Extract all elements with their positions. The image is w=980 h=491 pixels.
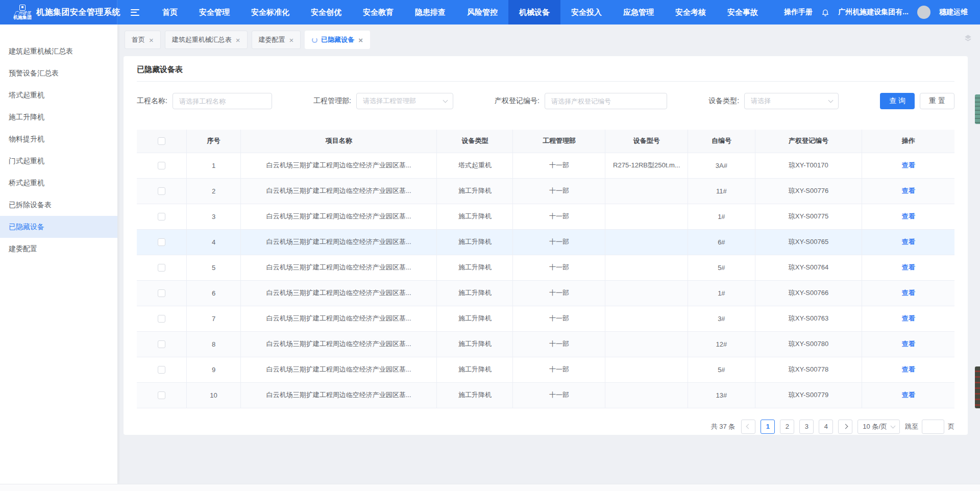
cell-actions: 查看 [862,357,954,382]
sidebar-item[interactable]: 已拆除设备表 [0,194,117,216]
cell-project: 白云机场三期扩建工程周边临空经济产业园区基... [240,280,436,306]
nav-item[interactable]: 安全事故 [717,0,769,24]
row-checkbox[interactable] [158,187,165,195]
view-link[interactable]: 查看 [902,365,915,373]
cell-device-type: 施工升降机 [437,255,513,280]
tab[interactable]: 已隐藏设备× [305,31,370,49]
sidebar-item[interactable]: 建委配置 [0,238,117,260]
device-type-select[interactable]: 请选择 [744,93,839,109]
nav-item[interactable]: 风险管控 [456,0,508,24]
cell-seq: 4 [187,229,241,255]
close-icon[interactable]: × [236,36,240,44]
sidebar-item[interactable]: 物料提升机 [0,128,117,150]
management-dept-select[interactable]: 请选择工程管理部 [356,93,453,109]
search-button[interactable]: 查 询 [880,93,915,109]
cell-actions: 查看 [862,229,954,255]
view-link[interactable]: 查看 [902,340,915,348]
cell-model [605,204,688,229]
nav-item[interactable]: 隐患排查 [404,0,456,24]
next-page-button[interactable] [838,420,852,434]
page-number-button[interactable]: 2 [780,420,794,434]
company-selector[interactable]: 广州机施建设集团有... [838,8,909,17]
view-link[interactable]: 查看 [902,187,915,194]
row-select-cell [137,153,187,178]
view-link[interactable]: 查看 [902,289,915,297]
cell-dept: 十一部 [513,382,605,408]
floating-widget-top[interactable] [975,94,980,124]
nav-item[interactable]: 机械设备 [508,0,560,24]
bell-icon[interactable] [821,8,829,16]
row-checkbox[interactable] [158,238,165,246]
username[interactable]: 穗建运维 [939,8,968,17]
jump-suffix-label: 页 [948,422,954,431]
select-all-checkbox[interactable] [158,137,165,145]
row-checkbox[interactable] [158,289,165,297]
page-number-button[interactable]: 4 [819,420,833,434]
cell-reg-no: 琼XY-T00170 [755,153,862,178]
row-checkbox[interactable] [158,315,165,323]
view-link[interactable]: 查看 [902,161,915,169]
nav-item[interactable]: 首页 [152,0,188,24]
view-link[interactable]: 查看 [902,391,915,399]
page-number-button[interactable]: 3 [799,420,814,434]
prev-page-button[interactable] [741,420,755,434]
cell-reg-no: 琼XY-S00775 [755,204,862,229]
collapse-sidebar-icon[interactable] [131,9,139,16]
row-checkbox[interactable] [158,366,165,374]
tab[interactable]: 首页× [125,31,161,49]
property-reg-no-input[interactable] [545,93,667,109]
nav-item[interactable]: 安全标准化 [240,0,300,24]
filter-management-dept: 工程管理部: 请选择工程管理部 [313,93,453,109]
cell-project: 白云机场三期扩建工程周边临空经济产业园区基... [240,153,436,178]
nav-item[interactable]: 安全教育 [352,0,404,24]
tab-layers-icon[interactable] [964,34,972,44]
table-row: 8白云机场三期扩建工程周边临空经济产业园区基...施工升降机十一部12#琼XY-… [137,331,954,357]
sidebar-item[interactable]: 施工升降机 [0,106,117,128]
avatar[interactable] [917,6,930,19]
cell-self-no: 11# [688,178,755,204]
cell-self-no: 3A# [688,153,755,178]
cell-project: 白云机场三期扩建工程周边临空经济产业园区基... [240,178,436,204]
page-size-select[interactable]: 10 条/页 [857,420,900,434]
reset-button[interactable]: 重 置 [920,93,954,109]
filter-buttons: 查 询 重 置 [880,93,954,109]
view-link[interactable]: 查看 [902,212,915,220]
cell-self-no: 5# [688,255,755,280]
tab[interactable]: 建筑起重机械汇总表× [165,31,248,49]
sidebar-item[interactable]: 塔式起重机 [0,84,117,106]
tab[interactable]: 建委配置× [252,31,301,49]
close-icon[interactable]: × [358,36,363,44]
cell-device-type: 塔式起重机 [437,153,513,178]
cell-project: 白云机场三期扩建工程周边临空经济产业园区基... [240,204,436,229]
jump-page-input[interactable] [922,420,944,434]
row-checkbox[interactable] [158,264,165,272]
view-link[interactable]: 查看 [902,263,915,271]
sidebar-item[interactable]: 预警设备汇总表 [0,62,117,84]
close-icon[interactable]: × [149,36,154,44]
sidebar-item[interactable]: 建筑起重机械汇总表 [0,40,117,62]
view-link[interactable]: 查看 [902,238,915,245]
row-checkbox[interactable] [158,340,165,348]
sidebar-item[interactable]: 桥式起重机 [0,172,117,194]
cell-dept: 十一部 [513,255,605,280]
cell-dept: 十一部 [513,331,605,357]
row-checkbox[interactable] [158,391,165,399]
sidebar-item[interactable]: 已隐藏设备 [0,216,117,238]
nav-item[interactable]: 安全管理 [188,0,240,24]
manual-link[interactable]: 操作手册 [784,8,813,17]
nav-item[interactable]: 安全考核 [665,0,717,24]
nav-item[interactable]: 安全投入 [560,0,612,24]
close-icon[interactable]: × [289,36,294,44]
row-checkbox[interactable] [158,213,165,220]
row-checkbox[interactable] [158,162,165,169]
floating-widget-bottom[interactable] [975,366,980,408]
sidebar-item[interactable]: 门式起重机 [0,150,117,172]
cell-reg-no: 琼XY-S00765 [755,229,862,255]
page-number-button[interactable]: 1 [761,420,775,434]
view-link[interactable]: 查看 [902,314,915,322]
table-row: 4白云机场三期扩建工程周边临空经济产业园区基...施工升降机十一部6#琼XY-S… [137,229,954,255]
nav-item[interactable]: 应急管理 [612,0,665,24]
cell-project: 白云机场三期扩建工程周边临空经济产业园区基... [240,331,436,357]
project-name-input[interactable] [173,93,272,109]
nav-item[interactable]: 安全创优 [300,0,352,24]
